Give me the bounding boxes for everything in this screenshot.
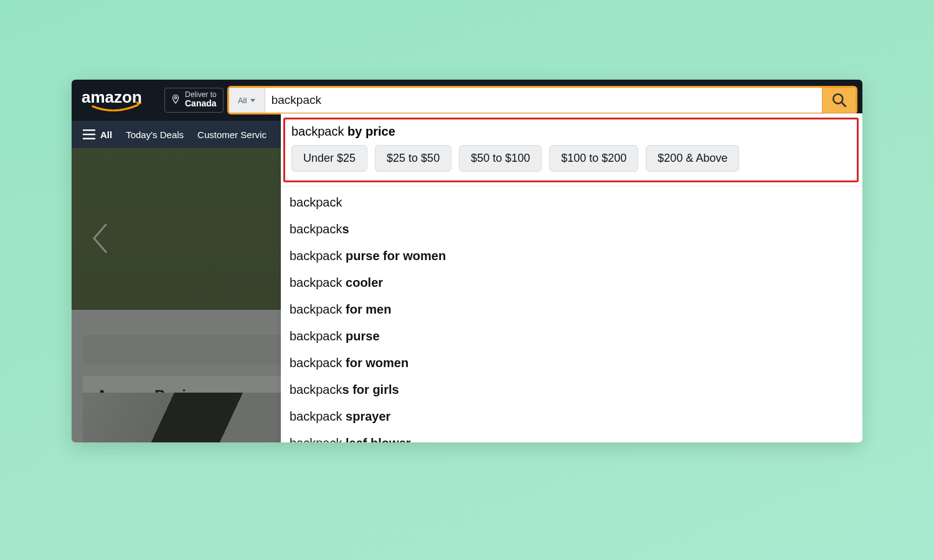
search-category-label: All [238, 96, 247, 105]
search-suggestions-dropdown: backpack by price Under $25 $25 to $50 $… [281, 113, 862, 442]
deliver-to-country: Canada [185, 99, 217, 108]
price-chip[interactable]: $25 to $50 [375, 145, 451, 172]
home-card[interactable]: AmazonBasics [83, 376, 288, 442]
home-card-image [83, 393, 288, 442]
search-bar: All [227, 86, 857, 114]
price-chip[interactable]: $200 & Above [646, 145, 739, 172]
search-button[interactable] [822, 88, 856, 113]
subnav-link[interactable]: Today's Deals [126, 129, 184, 140]
price-filter-block: backpack by price Under $25 $25 to $50 $… [283, 118, 859, 182]
price-chip[interactable]: $100 to $200 [549, 145, 638, 172]
price-chip[interactable]: $50 to $100 [459, 145, 542, 172]
svg-rect-4 [83, 138, 95, 139]
hamburger-icon [83, 129, 95, 139]
search-icon [831, 92, 847, 108]
search-suggestion[interactable]: backpack sprayer [281, 403, 862, 430]
deliver-to-button[interactable]: Deliver to Canada [164, 88, 224, 112]
search-input[interactable] [265, 88, 822, 113]
location-pin-icon [170, 93, 181, 106]
price-filter-heading: backpack by price [291, 124, 851, 139]
recommendation-strip [83, 335, 288, 365]
search-suggestion[interactable]: backpacks for girls [281, 376, 862, 403]
search-suggestion[interactable]: backpack purse [281, 323, 862, 350]
search-suggestion[interactable]: backpacks [281, 216, 862, 243]
search-suggestion[interactable]: backpack purse for women [281, 243, 862, 269]
price-chip[interactable]: Under $25 [291, 145, 367, 172]
subnav-link[interactable]: Customer Servic [197, 129, 267, 140]
price-filter-chips: Under $25 $25 to $50 $50 to $100 $100 to… [291, 145, 851, 172]
svg-rect-2 [83, 129, 95, 131]
home-card-title: AmazonBasics [97, 387, 275, 404]
search-suggestion[interactable]: backpack cooler [281, 269, 862, 296]
search-suggestion[interactable]: backpack [281, 189, 862, 216]
svg-rect-3 [83, 134, 95, 135]
browser-frame: amazon Deliver to Canada All [72, 80, 862, 442]
amazon-logo[interactable]: amazon [77, 87, 161, 113]
search-category-dropdown[interactable]: All [229, 88, 265, 113]
search-suggestion[interactable]: backpack leaf blower [281, 430, 862, 442]
carousel-prev-icon[interactable] [89, 222, 110, 255]
svg-line-1 [841, 102, 846, 106]
search-suggestion[interactable]: backpack for women [281, 350, 862, 376]
search-suggestion[interactable]: backpack for men [281, 296, 862, 323]
divider [281, 186, 862, 187]
all-menu-button[interactable]: All [83, 129, 112, 140]
amazon-logo-text: amazon [82, 89, 142, 106]
all-menu-label: All [100, 129, 112, 140]
caret-down-icon [250, 99, 255, 102]
